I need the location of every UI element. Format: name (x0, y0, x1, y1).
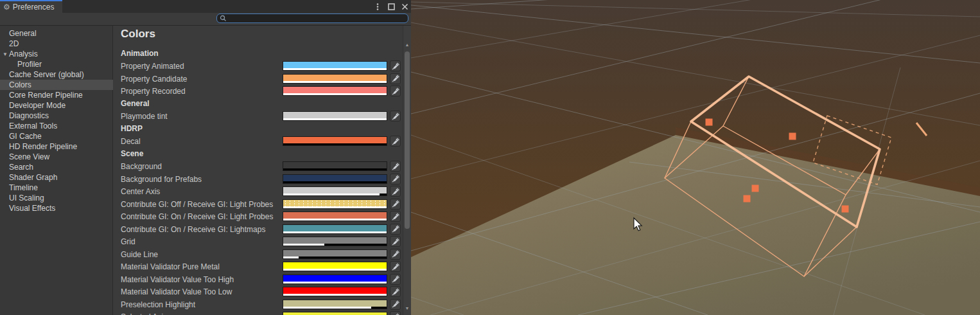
eyedropper-button[interactable] (390, 211, 401, 222)
swatch-alpha-white (283, 307, 371, 309)
eyedropper-button[interactable] (390, 199, 401, 210)
color-swatch-center-axis[interactable] (283, 186, 387, 196)
color-row: Decal (114, 135, 403, 147)
color-row: Material Validator Pure Metal (114, 260, 403, 273)
color-swatch-grid[interactable] (283, 237, 387, 246)
eyedropper-icon (391, 137, 400, 146)
color-swatch-material-validator-pure-metal[interactable] (283, 262, 387, 271)
sidebar-item-developer-mode[interactable]: Developer Mode (0, 100, 113, 111)
color-swatch-property-candidate[interactable] (283, 74, 387, 84)
light-probe-handle[interactable] (706, 119, 713, 126)
color-row: Property Recorded (114, 85, 403, 97)
sidebar-item-general[interactable]: General (0, 28, 113, 39)
scene-viewport[interactable] (411, 0, 980, 315)
swatch-color (283, 212, 387, 219)
color-swatch-property-animated[interactable] (283, 61, 387, 71)
foldout-triangle-icon[interactable]: ▼ (2, 51, 8, 57)
swatch-alpha-white (283, 256, 299, 258)
eyedropper-button[interactable] (390, 274, 401, 285)
eyedropper-button[interactable] (390, 286, 401, 297)
sidebar-item-colors[interactable]: Colors (0, 80, 113, 90)
eyedropper-icon (391, 87, 400, 96)
tab-preferences[interactable]: ⚙ Preferences (0, 0, 62, 13)
color-swatch-background-for-prefabs[interactable] (283, 174, 387, 184)
eyedropper-button[interactable] (390, 111, 401, 122)
scroll-down-icon[interactable]: ▼ (403, 305, 411, 312)
window-controls (374, 0, 408, 13)
color-row: Property Animated (114, 60, 403, 72)
color-swatch-property-recorded[interactable] (283, 86, 387, 96)
sidebar-item-label: Shader Graph (9, 173, 57, 182)
swatch-alpha-white (283, 244, 324, 246)
light-probe-handle[interactable] (842, 206, 849, 213)
color-swatch-contribute-gi-off-receive-gi-light-probes[interactable] (283, 199, 387, 209)
sidebar-item-label: Timeline (9, 183, 38, 192)
sidebar-item-ui-scaling[interactable]: UI Scaling (0, 193, 113, 203)
swatch-alpha-white (283, 93, 387, 95)
sidebar-item-scene-view[interactable]: Scene View (0, 152, 113, 162)
eyedropper-button[interactable] (390, 249, 401, 260)
sidebar-item-core-render-pipeline[interactable]: Core Render Pipeline (0, 90, 113, 100)
eyedropper-button[interactable] (390, 161, 401, 172)
swatch-alpha-bar (283, 256, 387, 258)
scroll-up-icon[interactable]: ▲ (403, 41, 411, 49)
sidebar-item-gi-cache[interactable]: GI Cache (0, 131, 113, 141)
color-swatch-guide-line[interactable] (283, 249, 387, 259)
eyedropper-button[interactable] (390, 174, 401, 184)
color-label: Preselection Highlight (121, 300, 195, 309)
color-swatch-preselection-highlight[interactable] (283, 300, 387, 309)
sidebar-item-search[interactable]: Search (0, 162, 113, 172)
sidebar-item-shader-graph[interactable]: Shader Graph (0, 172, 113, 183)
sidebar-item-analysis[interactable]: ▼Analysis (0, 49, 113, 59)
sidebar-item-label: Visual Effects (9, 204, 55, 213)
close-icon[interactable] (401, 3, 408, 10)
light-probe-handle[interactable] (744, 195, 751, 203)
color-swatch-background[interactable] (283, 161, 387, 171)
eyedropper-button[interactable] (390, 186, 401, 197)
eyedropper-button[interactable] (390, 311, 401, 315)
sidebar-item-2d[interactable]: 2D (0, 39, 113, 49)
eyedropper-button[interactable] (390, 86, 401, 96)
sidebar-item-label: Developer Mode (9, 101, 66, 110)
color-row: Preselection Highlight (114, 298, 403, 310)
eyedropper-icon (391, 274, 400, 284)
section-header-row: Scene (114, 148, 403, 160)
eyedropper-button[interactable] (390, 261, 401, 272)
section-header-row: General (114, 98, 403, 110)
eyedropper-button[interactable] (390, 60, 401, 71)
search-icon (220, 15, 227, 22)
eyedropper-button[interactable] (390, 236, 401, 247)
light-probe-handle[interactable] (752, 185, 759, 192)
color-swatch-decal[interactable] (283, 136, 387, 146)
scrollbar-thumb[interactable] (405, 51, 410, 229)
eyedropper-button[interactable] (390, 224, 401, 235)
color-swatch-selected-axis[interactable] (283, 312, 387, 315)
swatch-color (283, 262, 387, 269)
search-input[interactable] (227, 15, 403, 22)
kebab-menu-icon[interactable] (374, 3, 381, 10)
sidebar-item-diagnostics[interactable]: Diagnostics (0, 111, 113, 121)
sidebar-item-label: 2D (9, 39, 19, 48)
color-swatch-contribute-gi-on-receive-gi-lightmaps[interactable] (283, 224, 387, 234)
sidebar-item-cache-server-global[interactable]: Cache Server (global) (0, 69, 113, 80)
swatch-alpha-white (283, 294, 387, 296)
eyedropper-button[interactable] (390, 136, 401, 147)
color-swatch-playmode-tint[interactable] (283, 111, 387, 121)
sidebar-item-profiler[interactable]: Profiler (0, 59, 113, 69)
swatch-alpha-white (283, 68, 387, 70)
color-row: Playmode tint (114, 110, 403, 122)
sidebar-item-timeline[interactable]: Timeline (0, 183, 113, 193)
sidebar-item-hd-render-pipeline[interactable]: HD Render Pipeline (0, 141, 113, 152)
maximize-icon[interactable] (387, 3, 395, 10)
sidebar-item-external-tools[interactable]: External Tools (0, 121, 113, 131)
sidebar-item-visual-effects[interactable]: Visual Effects (0, 203, 113, 213)
light-probe-handle[interactable] (789, 133, 796, 140)
search-box[interactable] (216, 14, 408, 23)
section-header: Scene (121, 149, 143, 158)
eyedropper-button[interactable] (390, 299, 401, 310)
color-swatch-contribute-gi-on-receive-gi-light-probes[interactable] (283, 212, 387, 221)
color-swatch-material-validator-value-too-low[interactable] (283, 287, 387, 296)
eyedropper-button[interactable] (390, 73, 401, 84)
scrollbar[interactable]: ▲ ▼ (403, 26, 411, 315)
color-swatch-material-validator-value-too-high[interactable] (283, 274, 387, 284)
